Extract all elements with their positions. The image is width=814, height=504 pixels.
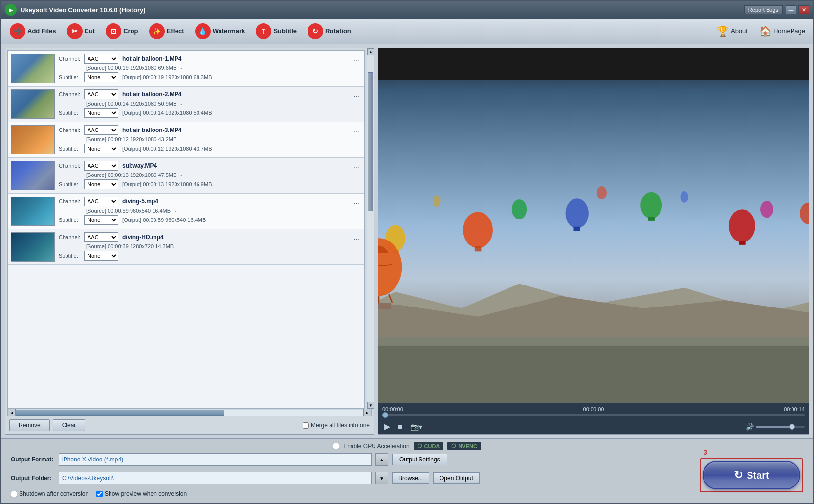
time-mid: 00:00:00	[583, 406, 604, 412]
player-controls: ▶ ■ 📷▾ 🔊	[378, 419, 809, 434]
homepage-button[interactable]: 🏠 HomePage	[755, 23, 809, 39]
file-list-scroll[interactable]: Channel: AAC MP3 hot air balloon-1.MP4 .…	[7, 50, 365, 409]
subtitle-select[interactable]: None	[84, 72, 118, 82]
preview-option: Show preview when conversion	[96, 490, 187, 497]
channel-select[interactable]: AAC MP3	[84, 89, 118, 99]
channel-label: Channel:	[59, 234, 82, 240]
effect-label: Effect	[167, 27, 184, 35]
scroll-down-button[interactable]: ▼	[367, 402, 374, 409]
rotation-button[interactable]: ↻ Rotation	[303, 21, 356, 42]
preview-label: Show preview when conversion	[105, 490, 187, 497]
output-format-row: Output Format: ▲ Output Settings	[11, 453, 694, 466]
cuda-gpu-icon: ⬡	[418, 443, 422, 449]
output-format-input[interactable]	[59, 453, 372, 466]
volume-icon: 🔊	[746, 423, 754, 431]
scroll-up-button[interactable]: ▲	[367, 48, 374, 55]
channel-label: Channel:	[59, 91, 82, 97]
channel-select[interactable]: AAC MP3	[84, 54, 118, 64]
subtitle-button[interactable]: T Subtitle	[251, 21, 302, 42]
options-row: Shutdown after conversion Show preview w…	[11, 490, 694, 497]
hscroll-thumb[interactable]	[16, 410, 224, 416]
remove-button[interactable]: Remove	[9, 419, 50, 431]
scroll-thumb[interactable]	[368, 72, 373, 211]
volume-knob[interactable]	[789, 424, 795, 430]
channel-select[interactable]: AAC MP3	[84, 197, 118, 206]
subtitle-select[interactable]: None	[84, 144, 118, 153]
file-info: Channel: AAC MP3 subway.MP4 ... [Source]…	[59, 161, 361, 190]
channel-select[interactable]: AAC MP3	[84, 125, 118, 135]
subtitle-select[interactable]: None	[84, 108, 118, 118]
crop-button[interactable]: ⊡ Crop	[101, 21, 143, 42]
clear-button[interactable]: Clear	[53, 419, 86, 431]
volume-fill	[756, 426, 790, 428]
about-button[interactable]: 🏆 About	[713, 23, 751, 39]
volume-area: 🔊	[746, 423, 805, 431]
scroll-right-button[interactable]: ►	[363, 409, 371, 416]
file-channel-row: Channel: AAC MP3 diving-5.mp4 ...	[59, 197, 361, 206]
report-bugs-button[interactable]: Report Bugs	[744, 5, 783, 14]
output-settings-button[interactable]: Output Settings	[392, 454, 447, 465]
file-name: hot air balloon-1.MP4	[122, 55, 350, 62]
file-dash: -	[180, 172, 182, 178]
file-menu-button[interactable]: ...	[352, 126, 361, 134]
shutdown-checkbox[interactable]	[11, 491, 17, 497]
browse-button[interactable]: Browse...	[392, 472, 429, 484]
subtitle-select[interactable]: None	[84, 179, 118, 189]
channel-select[interactable]: AAC MP3	[84, 161, 118, 171]
file-source-row: [Source] 00:00:12 1920x1080 43.2MB -	[59, 136, 361, 142]
file-info: Channel: AAC MP3 hot air balloon-1.MP4 .…	[59, 54, 361, 83]
merge-checkbox[interactable]	[303, 422, 309, 429]
window-controls: — ✕	[786, 5, 809, 14]
watermark-button[interactable]: 💧 Watermark	[190, 21, 250, 42]
output-folder-dropdown[interactable]: ▼	[375, 472, 388, 484]
cut-label: Cut	[85, 27, 95, 35]
gpu-row: Enable GPU Acceleration ⬡ CUDA ⬡ NVENC	[11, 442, 803, 450]
file-source-row: [Source] 00:00:13 1920x1080 47.5MB -	[59, 172, 361, 178]
timeline-track[interactable]	[382, 414, 805, 416]
screenshot-button[interactable]: 📷▾	[409, 422, 424, 432]
preview-checkbox[interactable]	[96, 491, 103, 497]
horizontal-scrollbar[interactable]: ◄ ►	[7, 409, 372, 416]
timeline-thumb[interactable]	[382, 412, 388, 418]
output-folder-input[interactable]	[59, 472, 372, 484]
channel-select[interactable]: AAC MP3	[84, 232, 118, 242]
play-button[interactable]: ▶	[382, 421, 392, 432]
scroll-left-button[interactable]: ◄	[8, 409, 16, 416]
app-logo	[5, 4, 17, 16]
file-item: Channel: AAC MP3 diving-5.mp4 ... [Sourc…	[8, 194, 364, 229]
file-menu-button[interactable]: ...	[352, 55, 361, 63]
subtitle-select[interactable]: None	[84, 215, 118, 225]
gpu-checkbox[interactable]	[333, 443, 339, 449]
file-info: Channel: AAC MP3 hot air balloon-2.MP4 .…	[59, 89, 361, 119]
file-source-row: [Source] 00:00:19 1920x1080 69.6MB -	[59, 65, 361, 71]
file-source: [Source] 00:00:13 1920x1080 47.5MB	[86, 172, 176, 178]
close-button[interactable]: ✕	[798, 5, 809, 14]
file-menu-button[interactable]: ...	[352, 197, 361, 205]
effect-button[interactable]: ✨ Effect	[144, 21, 189, 42]
volume-slider[interactable]	[756, 426, 805, 428]
file-menu-button[interactable]: ...	[352, 233, 361, 241]
subtitle-select[interactable]: None	[84, 251, 118, 261]
homepage-label: HomePage	[773, 27, 805, 35]
file-source: [Source] 00:00:14 1920x1080 50.9MB	[86, 101, 176, 107]
cut-button[interactable]: ✂ Cut	[62, 21, 100, 42]
file-menu-button[interactable]: ...	[352, 162, 361, 170]
minimize-button[interactable]: —	[786, 5, 796, 14]
vertical-scrollbar[interactable]: ▲ ▼	[367, 48, 374, 409]
file-name: diving-HD.mp4	[122, 234, 350, 241]
file-item: Channel: AAC MP3 hot air balloon-2.MP4 .…	[8, 87, 364, 122]
stop-button[interactable]: ■	[396, 421, 405, 432]
start-button[interactable]: ↻ Start	[703, 461, 800, 489]
file-subtitle-row: Subtitle: None	[59, 251, 361, 261]
file-menu-button[interactable]: ...	[352, 90, 361, 98]
svg-point-24	[433, 196, 441, 207]
output-format-dropdown[interactable]: ▲	[375, 453, 388, 466]
file-name: subway.MP4	[122, 162, 350, 169]
file-dash: -	[180, 136, 182, 142]
open-output-button[interactable]: Open Output	[433, 472, 480, 484]
svg-point-20	[760, 201, 773, 218]
video-preview	[378, 48, 809, 403]
channel-label: Channel:	[59, 163, 82, 169]
file-source-row: [Source] 00:00:39 1280x720 14.3MB -	[59, 243, 361, 249]
add-files-button[interactable]: ➕ Add Files	[5, 21, 61, 42]
